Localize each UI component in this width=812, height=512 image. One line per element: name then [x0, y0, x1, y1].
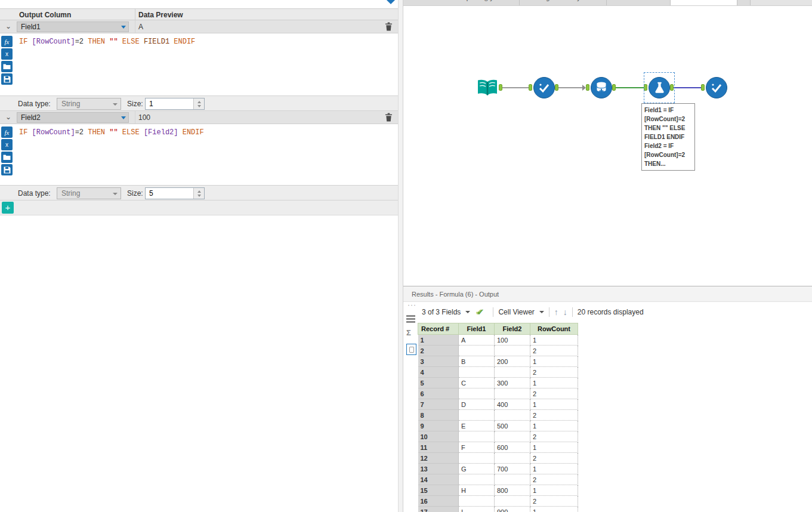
close-icon[interactable]: ×	[597, 0, 601, 2]
data-cell[interactable]	[459, 346, 495, 356]
data-cell[interactable]: 2	[530, 346, 578, 356]
variables-icon[interactable]: x	[1, 139, 13, 150]
size-spinner[interactable]	[193, 98, 204, 109]
expression-text[interactable]: IF [RowCount]=2 THEN "" ELSE [Field2] EN…	[19, 128, 204, 137]
records-view-icon[interactable]	[406, 315, 415, 325]
data-cell[interactable]: 2	[530, 453, 578, 464]
output-column-dropdown-field1[interactable]: Field1	[17, 21, 129, 32]
new-tab-button[interactable]: +	[737, 0, 751, 5]
data-cell[interactable]: 1	[530, 507, 578, 512]
record-number-cell[interactable]: 14	[418, 474, 459, 485]
data-cell[interactable]	[495, 496, 530, 507]
expression-text[interactable]: IF [RowCount]=2 THEN "" ELSE FIELD1 ENDI…	[19, 38, 195, 46]
fields-summary-dropdown[interactable]: 3 of 3 Fields	[422, 308, 461, 316]
data-cell[interactable]: H	[459, 485, 495, 496]
tab-new-workflow1[interactable]: New Workflow1×	[607, 0, 671, 5]
data-cell[interactable]: 100	[495, 335, 530, 346]
delete-expression-button[interactable]	[385, 113, 394, 122]
size-field[interactable]	[146, 188, 192, 199]
data-cell[interactable]	[495, 388, 530, 399]
data-cell[interactable]: 1	[530, 485, 578, 496]
data-type-select[interactable]: String	[57, 98, 121, 110]
data-cell[interactable]: 2	[530, 496, 578, 507]
saved-expressions-icon[interactable]	[1, 61, 13, 72]
close-icon[interactable]: ×	[661, 0, 665, 2]
workflow-canvas[interactable]: Field1 = IF[RowCount]=2THEN "" ELSEFIELD…	[403, 6, 812, 286]
browse-tool-1[interactable]	[533, 76, 555, 99]
cell-viewer-dropdown[interactable]: Cell Viewer	[498, 308, 534, 316]
data-cell[interactable]: 600	[495, 442, 530, 453]
add-expression-button[interactable]: +	[2, 202, 14, 214]
column-header-field1[interactable]: Field1	[459, 323, 495, 335]
drag-handle-icon[interactable]: ···	[407, 302, 416, 309]
data-cell[interactable]: I	[459, 507, 495, 512]
data-cell[interactable]	[459, 388, 495, 399]
sigma-icon[interactable]: Σ	[406, 328, 411, 337]
expression-editor-field2[interactable]: fx x IF [RowCount]=2 THEN "" ELSE [Field…	[0, 124, 398, 185]
record-number-cell[interactable]: 6	[418, 388, 459, 399]
data-cell[interactable]	[495, 453, 530, 464]
tab-learning-subsets[interactable]: Learning Subsets.yxmd×	[520, 0, 607, 5]
data-cell[interactable]: 1	[530, 399, 578, 410]
collapse-expression-icon[interactable]: ⌄	[2, 21, 14, 32]
connection-wire[interactable]	[500, 87, 529, 88]
data-cell[interactable]: F	[459, 442, 495, 453]
functions-icon[interactable]: fx	[1, 36, 13, 47]
data-cell[interactable]: 1	[530, 378, 578, 388]
data-cell[interactable]	[459, 410, 495, 421]
size-spinner[interactable]	[193, 188, 204, 199]
record-number-cell[interactable]: 13	[418, 464, 459, 474]
input-anchor[interactable]	[529, 84, 532, 91]
tab-documentation-templates[interactable]: Documentation Templates().yxmd×	[403, 0, 520, 5]
data-cell[interactable]: 200	[495, 356, 530, 367]
record-number-cell[interactable]: 10	[418, 431, 459, 442]
data-cell[interactable]: 400	[495, 399, 530, 410]
data-cell[interactable]: 1	[530, 335, 578, 346]
expression-editor-field1[interactable]: fx x IF [RowCount]=2 THEN "" ELSE FIELD1…	[0, 33, 398, 95]
record-number-cell[interactable]: 1	[418, 335, 459, 346]
data-cell[interactable]	[495, 474, 530, 485]
data-cell[interactable]: B	[459, 356, 495, 367]
connection-wire[interactable]	[556, 87, 582, 88]
record-number-cell[interactable]: 7	[418, 399, 459, 410]
record-number-cell[interactable]: 9	[418, 421, 459, 431]
data-cell[interactable]: 2	[530, 367, 578, 378]
browse-tool-2[interactable]	[705, 76, 728, 99]
record-number-cell[interactable]: 15	[418, 485, 459, 496]
data-cell[interactable]: 2	[530, 474, 578, 485]
data-cell[interactable]	[459, 474, 495, 485]
close-icon[interactable]: ×	[728, 0, 732, 2]
data-cell[interactable]	[495, 346, 530, 356]
output-column-dropdown-field2[interactable]: Field2	[17, 112, 129, 123]
record-number-cell[interactable]: 8	[418, 410, 459, 421]
record-number-cell[interactable]: 3	[418, 356, 459, 367]
input-anchor[interactable]	[701, 84, 705, 91]
save-expression-icon[interactable]	[1, 164, 13, 175]
data-cell[interactable]: 500	[495, 421, 530, 431]
record-number-cell[interactable]: 4	[418, 367, 459, 378]
scroll-up-button[interactable]: ↑	[554, 307, 558, 317]
chevron-down-icon[interactable]	[539, 311, 544, 313]
record-number-cell[interactable]: 12	[418, 453, 459, 464]
delete-expression-button[interactable]	[385, 22, 394, 32]
column-header-rowcount[interactable]: RowCount	[530, 323, 578, 335]
variables-icon[interactable]: x	[1, 48, 13, 60]
data-cell[interactable]	[459, 453, 495, 464]
panel-pin-icon[interactable]	[387, 0, 395, 4]
data-cell[interactable]: 1	[530, 442, 578, 453]
data-cell[interactable]	[459, 367, 495, 378]
apply-checkmark-icon[interactable]: ✔✔	[475, 307, 488, 317]
data-cell[interactable]: D	[459, 399, 495, 410]
record-number-cell[interactable]: 17	[418, 507, 459, 512]
data-cell[interactable]: 1	[530, 421, 578, 431]
tab-new-workflow2[interactable]: New Workflow2×	[671, 0, 737, 5]
data-cell[interactable]: 800	[495, 485, 530, 496]
functions-icon[interactable]: fx	[1, 127, 13, 138]
data-cell[interactable]: G	[459, 464, 495, 474]
input-data-tool[interactable]	[476, 76, 499, 99]
data-cell[interactable]	[459, 496, 495, 507]
data-cell[interactable]: E	[459, 421, 495, 431]
data-cell[interactable]	[459, 431, 495, 442]
output-anchor[interactable]	[499, 84, 502, 91]
metadata-view-icon[interactable]	[406, 344, 416, 355]
